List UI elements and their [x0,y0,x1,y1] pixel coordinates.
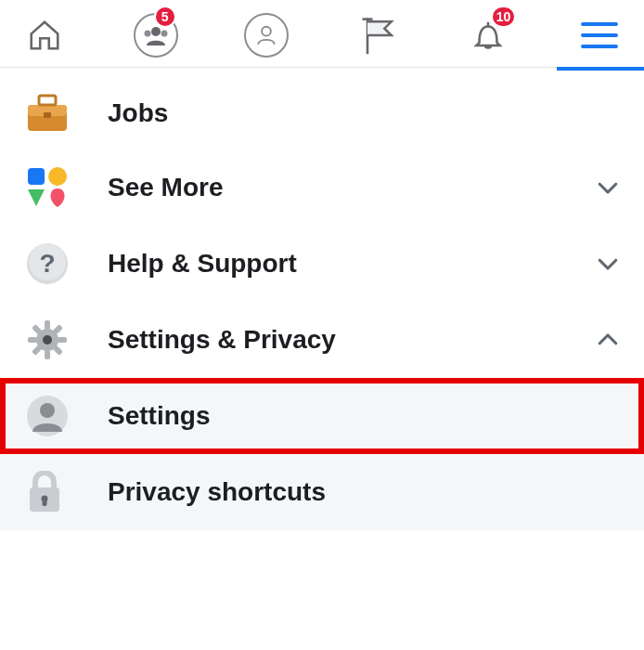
svg-point-0 [151,27,161,36]
menu-label-settings-privacy: Settings & Privacy [108,325,594,355]
lock-icon [26,471,80,514]
svg-rect-23 [28,337,37,343]
menu-label-privacy-shortcuts: Privacy shortcuts [108,477,622,507]
groups-badge: 5 [154,6,176,28]
nav-groups[interactable]: 5 [130,9,182,61]
menu-label-help-support: Help & Support [108,249,594,279]
svg-text:?: ? [39,249,55,278]
menu-label-see-more: See More [108,173,594,202]
svg-point-29 [43,335,52,344]
svg-point-2 [161,31,167,37]
see-more-icon [26,166,80,209]
gear-icon [26,318,80,361]
svg-point-31 [40,403,55,418]
svg-rect-24 [58,337,67,343]
person-circle-icon [26,395,80,437]
chevron-up-icon [594,326,622,354]
nav-notifications[interactable]: 10 [462,9,514,61]
profile-icon [244,13,289,58]
menu-item-see-more[interactable]: See More [0,150,644,226]
active-tab-indicator [557,67,644,71]
svg-marker-16 [28,189,45,206]
svg-point-15 [48,167,67,186]
svg-point-3 [262,27,271,36]
menu-item-jobs[interactable]: Jobs [0,77,644,150]
notifications-badge: 10 [491,6,517,28]
svg-rect-21 [45,320,50,330]
flag-icon [357,15,398,56]
svg-rect-14 [28,168,45,185]
menu-item-help-support[interactable]: ? Help & Support [0,226,644,302]
svg-rect-22 [45,350,50,359]
nav-menu[interactable] [573,9,625,61]
svg-rect-12 [39,96,56,105]
svg-rect-35 [43,499,47,506]
svg-point-1 [144,31,150,37]
svg-rect-13 [44,112,51,118]
menu-item-settings-privacy[interactable]: Settings & Privacy [0,302,644,378]
menu-item-privacy-shortcuts[interactable]: Privacy shortcuts [0,454,644,530]
briefcase-icon [26,94,80,133]
chevron-down-icon [594,174,622,202]
top-nav: 5 10 [0,0,644,68]
nav-pages[interactable] [352,9,404,61]
settings-privacy-submenu: Settings Privacy shortcuts [0,378,644,530]
menu-label-jobs: Jobs [108,98,622,128]
menu-label-settings: Settings [108,401,622,431]
help-icon: ? [26,242,80,285]
nav-home[interactable] [19,9,71,61]
menu-list: Jobs See More ? Help & Support [0,68,644,530]
menu-item-settings[interactable]: Settings [0,378,644,454]
home-icon [27,18,62,53]
nav-profile[interactable] [240,9,292,61]
chevron-down-icon [594,250,622,278]
hamburger-icon [581,20,618,50]
